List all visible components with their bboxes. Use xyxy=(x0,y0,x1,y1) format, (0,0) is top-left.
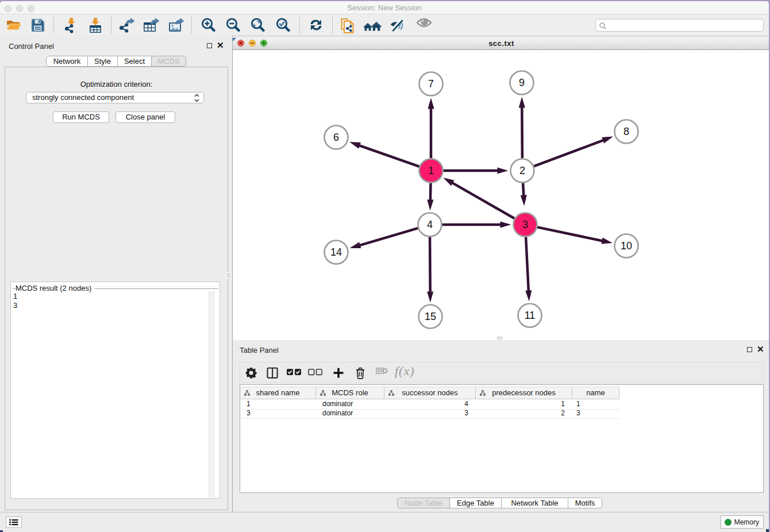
svg-text:8: 8 xyxy=(623,126,629,137)
svg-text:15: 15 xyxy=(425,311,436,322)
svg-text:3: 3 xyxy=(522,219,528,230)
svg-text:4: 4 xyxy=(427,219,433,230)
svg-text:14: 14 xyxy=(330,246,342,258)
svg-text:11: 11 xyxy=(525,310,536,321)
svg-text:7: 7 xyxy=(428,78,434,90)
svg-text:2: 2 xyxy=(519,165,525,176)
svg-text:1: 1 xyxy=(428,165,434,176)
svg-text:10: 10 xyxy=(621,240,632,252)
svg-text:9: 9 xyxy=(519,77,525,88)
svg-text:6: 6 xyxy=(333,132,339,143)
